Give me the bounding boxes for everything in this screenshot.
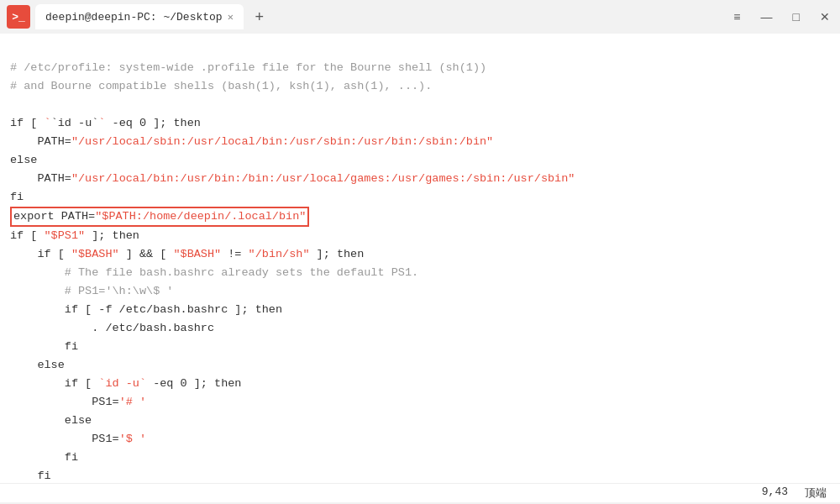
line-1: # /etc/profile: system-wide .profile fil… [10, 61, 486, 74]
line-15: . /etc/bash.bashrc [10, 322, 214, 334]
line-22: fi [10, 451, 78, 464]
line-5: PATH="/usr/local/sbin:/usr/local/bin:/us… [10, 135, 493, 148]
window-controls: ≡ — □ ✕ [730, 8, 833, 25]
titlebar: >_ deepin@deepin-PC: ~/Desktop ✕ + ≡ — □… [0, 0, 840, 34]
scroll-position: 顶端 [805, 486, 827, 501]
line-17: else [10, 359, 65, 371]
line-6: else [10, 154, 37, 166]
line-20: else [10, 414, 92, 427]
line-9-highlighted: export PATH="$PATH:/home/deepin/.local/b… [10, 210, 309, 223]
line-14: if [ -f /etc/bash.bashrc ]; then [10, 303, 282, 316]
line-13: # PS1='\h:\w\$ ' [10, 285, 173, 297]
line-7: PATH="/usr/local/bin:/usr/bin:/bin:/usr/… [10, 172, 575, 185]
line-11: if [ "$BASH" ] && [ "$BASH" != "/bin/sh"… [10, 248, 364, 260]
hamburger-menu-button[interactable]: ≡ [730, 8, 743, 25]
maximize-button[interactable]: □ [790, 8, 803, 25]
line-10: if [ "$PS1" ]; then [10, 229, 139, 242]
line-12: # The file bash.bashrc already sets the … [10, 266, 418, 279]
terminal-icon: >_ [7, 5, 30, 29]
close-button[interactable]: ✕ [816, 8, 833, 25]
status-bar: 9,43 顶端 [0, 483, 840, 502]
minimize-button[interactable]: — [758, 8, 776, 25]
line-19: PS1='# ' [10, 396, 146, 408]
code-content: # /etc/profile: system-wide .profile fil… [0, 40, 840, 502]
line-8: fi [10, 191, 24, 203]
line-4: if [ ``id -u`` -eq 0 ]; then [10, 117, 201, 129]
line-2: # and Bourne compatible shells (bash(1),… [10, 80, 432, 92]
editor-area[interactable]: # /etc/profile: system-wide .profile fil… [0, 34, 840, 502]
tab-label: deepin@deepin-PC: ~/Desktop [45, 11, 223, 24]
line-21: PS1='$ ' [10, 433, 146, 445]
line-16: fi [10, 340, 78, 353]
tab-close-button[interactable]: ✕ [228, 11, 234, 24]
active-tab[interactable]: deepin@deepin-PC: ~/Desktop ✕ [35, 4, 244, 29]
cursor-position: 9,43 [762, 486, 788, 501]
line-23: fi [10, 470, 51, 482]
line-18: if [ `id -u` -eq 0 ]; then [10, 377, 241, 390]
new-tab-button[interactable]: + [249, 6, 270, 28]
